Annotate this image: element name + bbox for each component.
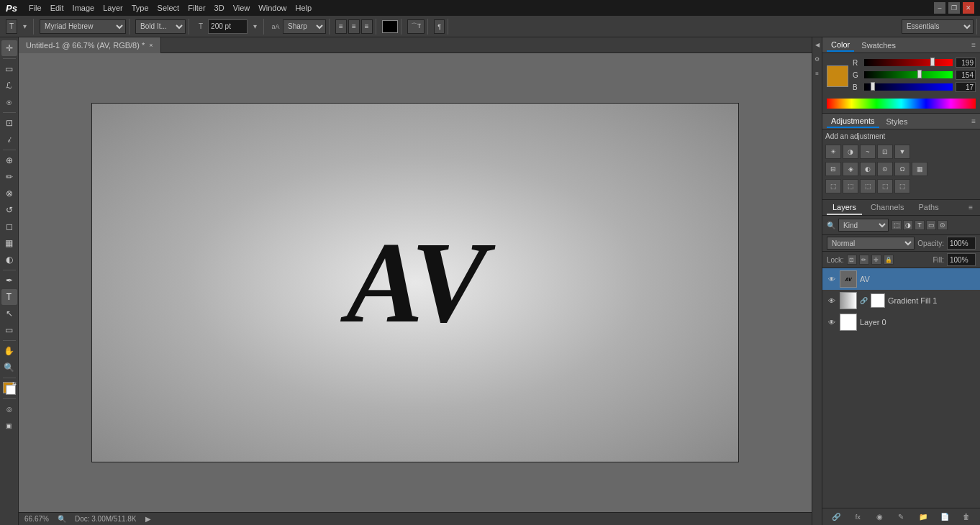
channels-tab[interactable]: Channels — [865, 201, 909, 215]
lock-transparent-pixels[interactable]: ⊡ — [847, 255, 857, 265]
lock-all[interactable]: 🔒 — [884, 255, 894, 265]
menu-type[interactable]: Type — [132, 4, 149, 12]
blend-mode-select[interactable]: Normal — [827, 237, 915, 250]
quick-select-tool[interactable]: ⍟ — [1, 94, 17, 110]
new-adjustment-button[interactable]: ✎ — [895, 511, 907, 523]
screen-mode-toggle[interactable]: ▣ — [1, 418, 17, 434]
close-tab-button[interactable]: × — [149, 42, 153, 49]
panel-options-button[interactable]: ⚙ — [813, 55, 822, 63]
menu-view[interactable]: View — [233, 4, 250, 12]
menu-image[interactable]: Image — [73, 4, 95, 12]
brightness-contrast-btn[interactable]: ☀ — [825, 145, 841, 159]
menu-edit[interactable]: Edit — [50, 4, 64, 12]
g-value-input[interactable] — [956, 70, 976, 80]
dodge-tool[interactable]: ◐ — [1, 252, 17, 268]
foreground-background-colors[interactable]: ⇆ — [1, 380, 17, 396]
warp-text-button[interactable]: ⌒T — [407, 19, 425, 34]
layer-visibility-toggle[interactable]: 👁 — [827, 296, 837, 306]
window-maximize[interactable]: ❐ — [948, 2, 960, 14]
opacity-input[interactable] — [947, 237, 976, 250]
styles-tab[interactable]: Styles — [882, 116, 912, 127]
character-panel-button[interactable]: ¶ — [434, 19, 445, 34]
window-close[interactable]: ✕ — [963, 2, 974, 14]
anti-alias-select[interactable]: Sharp — [283, 19, 326, 34]
zoom-tool[interactable]: 🔍 — [1, 360, 17, 375]
filter-type-btn[interactable]: T — [915, 220, 925, 230]
text-tool[interactable]: T — [1, 289, 17, 305]
b-value-input[interactable] — [956, 82, 976, 92]
brush-tool[interactable]: ✏ — [1, 169, 17, 185]
layer-item[interactable]: 👁 AV AV — [822, 268, 980, 290]
panel-arrange-button[interactable]: ≡ — [813, 69, 822, 78]
menu-file[interactable]: File — [29, 4, 42, 12]
crop-tool[interactable]: ⊡ — [1, 115, 17, 131]
filter-smart-btn[interactable]: ⊙ — [938, 220, 948, 230]
swatches-tab[interactable]: Swatches — [857, 40, 900, 51]
layer-item[interactable]: 👁 Layer 0 — [822, 311, 980, 333]
history-brush-tool[interactable]: ↺ — [1, 202, 17, 218]
hand-tool[interactable]: ✋ — [1, 343, 17, 359]
color-lookup-btn[interactable]: ▦ — [912, 162, 927, 176]
align-right-button[interactable]: ≡ — [361, 19, 373, 34]
collapse-panels-button[interactable]: ◀ — [813, 40, 822, 49]
align-center-button[interactable]: ≡ — [348, 19, 360, 34]
hue-sat-btn[interactable]: ⊟ — [825, 162, 841, 176]
invert-btn[interactable]: ⬚ — [825, 179, 841, 193]
align-left-button[interactable]: ≡ — [335, 19, 347, 34]
shape-tool[interactable]: ▭ — [1, 322, 17, 338]
filter-pixel-btn[interactable]: ⬚ — [891, 220, 902, 230]
menu-3d[interactable]: 3D — [214, 4, 224, 12]
filter-shape-btn[interactable]: ▭ — [926, 220, 936, 230]
g-slider[interactable] — [864, 71, 953, 78]
link-layers-button[interactable]: 🔗 — [830, 511, 842, 523]
menu-layer[interactable]: Layer — [103, 4, 123, 12]
menu-window[interactable]: Window — [258, 4, 286, 12]
color-tab[interactable]: Color — [827, 39, 854, 52]
new-group-button[interactable]: 📁 — [917, 511, 929, 523]
spot-heal-tool[interactable]: ⊕ — [1, 152, 17, 168]
layer-visibility-toggle[interactable]: 👁 — [827, 274, 837, 284]
new-layer-button[interactable]: 📄 — [939, 511, 950, 523]
status-expand-arrow[interactable]: ▶ — [145, 515, 151, 523]
text-color-swatch[interactable] — [382, 20, 398, 33]
text-options-arrow[interactable]: ▾ — [19, 21, 30, 32]
layer-visibility-toggle[interactable]: 👁 — [827, 317, 837, 327]
vibrance-btn[interactable]: ▼ — [894, 145, 910, 159]
font-style-select[interactable]: Bold It... — [135, 19, 186, 34]
quick-mask-toggle[interactable]: ◎ — [1, 401, 17, 417]
switch-colors-icon[interactable]: ⇆ — [12, 381, 17, 387]
bw-btn[interactable]: ◐ — [860, 162, 876, 176]
document-tab[interactable]: Untitled-1 @ 66.7% (AV, RGB/8) * × — [19, 37, 161, 53]
lock-position[interactable]: ✛ — [871, 255, 881, 265]
color-spectrum-bar[interactable] — [827, 99, 976, 109]
text-tool-icon[interactable]: T — [6, 19, 17, 34]
lasso-tool[interactable]: ℒ — [1, 78, 17, 93]
window-minimize[interactable]: – — [934, 2, 945, 14]
canvas-wrapper[interactable]: AV — [19, 53, 812, 512]
font-family-select[interactable]: Myriad Hebrew — [40, 19, 126, 34]
b-slider[interactable] — [864, 83, 953, 91]
eraser-tool[interactable]: ◻ — [1, 219, 17, 234]
add-style-button[interactable]: fx — [852, 511, 863, 523]
eyedropper-tool[interactable]: 𝒾 — [1, 132, 17, 147]
fill-input[interactable] — [947, 253, 976, 266]
gradient-map-btn[interactable]: ⬚ — [877, 179, 893, 193]
menu-help[interactable]: Help — [295, 4, 312, 12]
paths-tab[interactable]: Paths — [913, 201, 945, 215]
menu-select[interactable]: Select — [158, 4, 180, 12]
font-size-input[interactable] — [208, 19, 248, 34]
menu-filter[interactable]: Filter — [188, 4, 205, 12]
active-color-preview[interactable] — [827, 65, 848, 87]
add-mask-button[interactable]: ◉ — [874, 511, 885, 523]
layer-item[interactable]: 👁 🔗 Gradient Fill 1 — [822, 290, 980, 311]
delete-layer-button[interactable]: 🗑 — [961, 511, 972, 523]
exposure-btn[interactable]: ⊡ — [877, 145, 893, 159]
rectangle-select-tool[interactable]: ▭ — [1, 61, 17, 77]
channel-mixer-btn[interactable]: Ω — [894, 162, 910, 176]
layers-tab[interactable]: Layers — [827, 201, 862, 215]
filter-adjustment-btn[interactable]: ◑ — [903, 220, 913, 230]
adjustments-panel-menu-icon[interactable]: ≡ — [971, 117, 976, 125]
levels-btn[interactable]: ◑ — [843, 145, 858, 159]
threshold-btn[interactable]: ⬚ — [860, 179, 876, 193]
clone-stamp-tool[interactable]: ⊗ — [1, 186, 17, 201]
